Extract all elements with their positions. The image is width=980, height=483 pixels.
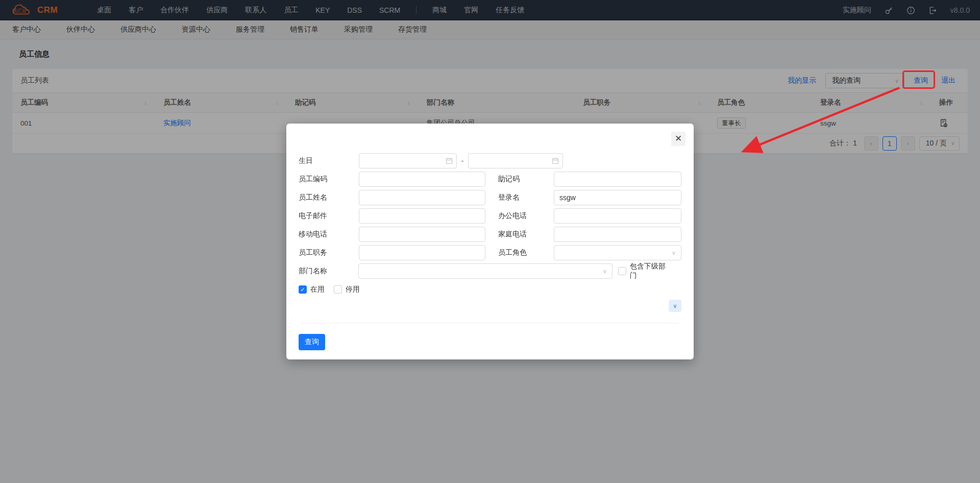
modal-query-button[interactable]: 查询 bbox=[299, 334, 325, 350]
disabled-label: 停用 bbox=[346, 285, 360, 294]
include-sub-checkbox[interactable] bbox=[618, 267, 626, 275]
position-input[interactable] bbox=[359, 245, 485, 260]
birthday-label: 生日 bbox=[299, 156, 359, 165]
mobile-phone-input[interactable] bbox=[359, 227, 485, 242]
birthday-row: 生日 - bbox=[299, 152, 681, 170]
expand-more-button[interactable]: ∨ bbox=[669, 300, 681, 312]
birthday-end-field[interactable] bbox=[468, 153, 563, 168]
home-phone-input[interactable] bbox=[554, 227, 681, 242]
home-phone-label: 家庭电话 bbox=[498, 230, 554, 239]
active-label: 在用 bbox=[310, 285, 325, 294]
emp-name-input[interactable] bbox=[359, 190, 485, 205]
mnemonic-input[interactable] bbox=[554, 172, 681, 187]
position-label: 员工职务 bbox=[299, 248, 359, 257]
birthday-end-input[interactable] bbox=[468, 153, 563, 168]
department-select[interactable]: ∨ bbox=[358, 263, 612, 279]
mobile-phone-label: 移动电话 bbox=[299, 230, 359, 239]
close-icon[interactable]: ✕ bbox=[671, 132, 685, 146]
email-label: 电子邮件 bbox=[299, 211, 359, 221]
include-sub-label: 包含下级部门 bbox=[630, 262, 672, 280]
office-phone-label: 办公电话 bbox=[498, 211, 554, 221]
chevron-down-icon: ∨ bbox=[672, 250, 676, 256]
emp-code-label: 员工编码 bbox=[299, 175, 359, 184]
emp-name-label: 员工姓名 bbox=[299, 193, 359, 202]
office-phone-input[interactable] bbox=[554, 208, 681, 224]
email-input[interactable] bbox=[359, 208, 485, 224]
login-input[interactable] bbox=[554, 190, 681, 205]
status-row: ✓ 在用 停用 bbox=[299, 280, 681, 299]
role-select[interactable]: ∨ bbox=[554, 245, 681, 260]
login-label: 登录名 bbox=[498, 193, 554, 202]
department-label: 部门名称 bbox=[299, 267, 358, 276]
active-checkbox[interactable]: ✓ bbox=[299, 285, 307, 294]
emp-code-input[interactable] bbox=[359, 172, 485, 187]
chevron-down-icon: ∨ bbox=[603, 268, 607, 275]
mnemonic-label: 助记码 bbox=[498, 175, 554, 184]
query-dialog: ✕ 生日 - 员工编 bbox=[286, 124, 694, 359]
disabled-checkbox[interactable] bbox=[334, 285, 342, 294]
date-range-separator: - bbox=[457, 157, 468, 165]
role-label: 员工角色 bbox=[498, 248, 554, 257]
modal-divider bbox=[301, 323, 679, 323]
birthday-start-input[interactable] bbox=[359, 153, 457, 168]
birthday-start-field[interactable] bbox=[359, 153, 457, 168]
department-row: 部门名称 ∨ 包含下级部门 bbox=[299, 262, 681, 280]
